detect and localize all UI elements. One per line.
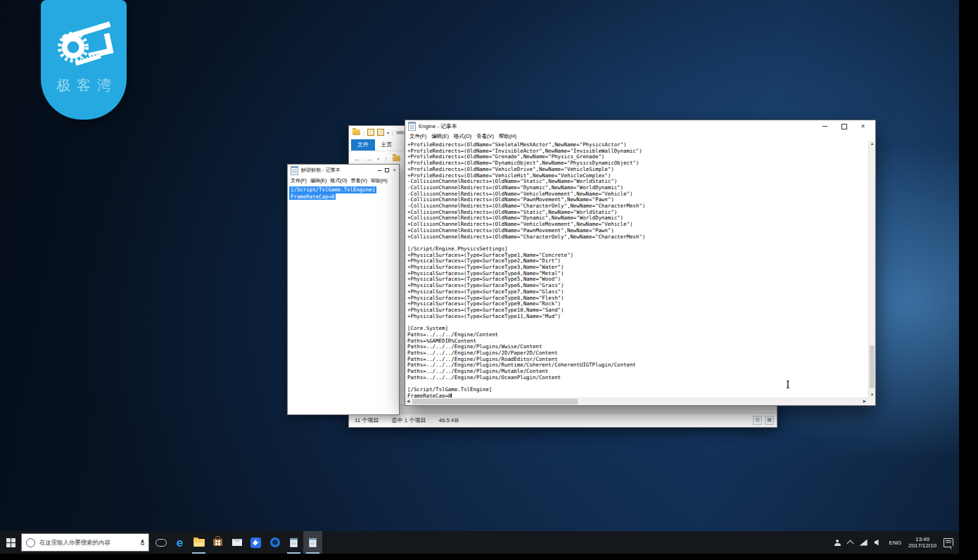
thumbnail-view-icon[interactable]: ▦ — [765, 416, 774, 425]
menu-format[interactable]: 格式(O) — [454, 133, 471, 140]
system-tray: ENG 13:49 2017/12/10 — [834, 531, 959, 554]
minimize-button[interactable] — [815, 120, 834, 132]
browser-icon — [270, 537, 280, 547]
scroll-right-icon[interactable]: ▶ — [863, 399, 866, 403]
network-icon[interactable] — [860, 540, 868, 546]
new-folder-icon[interactable] — [377, 129, 384, 136]
people-icon[interactable] — [834, 540, 841, 546]
brand-text: 极客湾 — [41, 76, 127, 95]
close-button[interactable]: × — [853, 120, 872, 132]
scroll-up-icon[interactable]: ▲ — [869, 141, 875, 146]
selected-size: 46.5 KB — [438, 417, 458, 424]
taskbar: 在这里输入你要搜索的内容 e ENG 13:49 2017/12/10 — [0, 531, 959, 554]
mail-button[interactable] — [227, 531, 246, 554]
taskbar-icons: e — [151, 531, 322, 554]
menu-file[interactable]: 文件(F) — [409, 133, 426, 140]
folder-icon — [193, 539, 205, 547]
notepad-engine-title: Engine - 记事本 — [419, 122, 813, 130]
search-input[interactable]: 在这里输入你要搜索的内容 — [21, 533, 149, 552]
menu-view[interactable]: 查看(V) — [476, 133, 494, 140]
notepad-small-titlebar[interactable]: 解锁帧数 - 记事本 × — [288, 165, 399, 176]
store-icon — [213, 539, 222, 546]
task-view-button[interactable] — [151, 531, 170, 554]
volume-icon[interactable] — [875, 540, 882, 546]
up-arrow-icon[interactable]: ↑ — [384, 155, 388, 163]
screen: 极客湾 | ▾ | Wind 文件 主页 共享 ← → ▾ ↑ 11 个项目 — [0, 0, 978, 560]
horizontal-scrollbar[interactable]: ◀ ▶ — [405, 397, 868, 405]
notepad-engine-titlebar[interactable]: Engine - 记事本 × — [405, 120, 875, 132]
tab-home[interactable]: 主页 — [375, 139, 399, 151]
notepad-icon — [309, 538, 317, 547]
tim-button[interactable] — [246, 531, 265, 554]
edge-icon: e — [177, 537, 183, 549]
horizontal-scroll-thumb[interactable] — [412, 399, 578, 405]
action-center-icon[interactable] — [944, 538, 953, 547]
start-button[interactable] — [0, 531, 21, 554]
menu-help[interactable]: 帮助(H) — [499, 133, 516, 140]
details-view-icon[interactable]: ☰ — [753, 416, 762, 425]
text-cursor: I — [786, 380, 790, 390]
properties-icon[interactable] — [367, 129, 374, 136]
cortana-icon — [26, 538, 35, 547]
minimize-button[interactable] — [378, 170, 381, 171]
menu-format[interactable]: 格式(O) — [330, 177, 347, 184]
microphone-icon[interactable] — [141, 540, 144, 545]
selected-text-line: FrameRateCap=0 — [289, 193, 336, 201]
task-view-icon — [155, 539, 167, 547]
edge-button[interactable]: e — [170, 531, 189, 554]
menu-file[interactable]: 文件(F) — [291, 177, 307, 184]
clock[interactable]: 13:49 2017/12/10 — [908, 536, 936, 549]
explorer-status-bar: 11 个项目 选中 1 个项目 46.5 KB ☰ ▦ — [349, 413, 777, 427]
menu-edit[interactable]: 编辑(E) — [431, 133, 449, 140]
items-count: 11 个项目 — [355, 416, 379, 424]
tray-time: 13:49 — [908, 536, 936, 543]
search-placeholder: 在这里输入你要搜索的内容 — [39, 539, 136, 547]
notepad-engine-textarea[interactable]: +ProfileRedirects=(OldName="SkeletalMesh… — [406, 141, 868, 397]
maximize-button[interactable] — [834, 120, 853, 132]
menu-edit[interactable]: 编辑(E) — [310, 177, 326, 184]
notepad-icon — [408, 122, 416, 131]
tim-icon — [250, 537, 261, 548]
back-arrow-icon[interactable]: ← — [354, 155, 361, 163]
notepad-button[interactable] — [284, 531, 303, 554]
maximize-button[interactable] — [385, 168, 389, 172]
browser-button[interactable] — [265, 531, 284, 554]
history-dropdown-icon[interactable]: ▾ — [377, 156, 379, 161]
hidden-icons-chevron-icon[interactable] — [846, 540, 853, 547]
tray-date: 2017/12/10 — [908, 542, 936, 549]
notepad-small-menubar: 文件(F) 编辑(E) 格式(O) 查看(V) 帮助(H) — [288, 176, 399, 185]
gear-g-logo-icon — [53, 11, 115, 73]
menu-help[interactable]: 帮助(H) — [371, 177, 388, 184]
scroll-down-icon[interactable]: ▼ — [869, 393, 875, 397]
mail-icon — [232, 539, 242, 546]
address-folder-icon — [393, 155, 400, 161]
folder-icon — [353, 129, 360, 135]
tab-file[interactable]: 文件 — [351, 139, 375, 151]
forward-arrow-icon[interactable]: → — [366, 155, 373, 163]
notepad-icon — [291, 166, 298, 175]
file-explorer-button[interactable] — [189, 531, 208, 554]
vertical-scroll-thumb[interactable] — [870, 345, 875, 388]
selected-count: 选中 1 个项目 — [392, 416, 426, 424]
notepad-small-window[interactable]: 解锁帧数 - 记事本 × 文件(F) 编辑(E) 格式(O) 查看(V) 帮助(… — [287, 164, 400, 415]
quick-access-dropdown-icon[interactable]: ▾ — [387, 130, 389, 135]
notepad-icon — [290, 538, 298, 547]
notepad-small-textarea[interactable]: [/Script/TslGame.TslEngine] FrameRateCap… — [288, 185, 399, 200]
menu-view[interactable]: 查看(V) — [350, 177, 367, 184]
brand-badge: 极客湾 — [41, 0, 127, 120]
notepad-active-button[interactable] — [303, 531, 322, 554]
notepad-engine-window[interactable]: Engine - 记事本 × 文件(F) 编辑(E) 格式(O) 查看(V) 帮… — [405, 120, 876, 406]
notepad-engine-menubar: 文件(F) 编辑(E) 格式(O) 查看(V) 帮助(H) — [405, 132, 875, 141]
windows-logo-icon — [6, 538, 15, 547]
close-button[interactable]: × — [393, 167, 396, 173]
selected-text-line: [/Script/TslGame.TslEngine] — [289, 186, 376, 193]
vertical-scrollbar[interactable]: ▲ ▼ — [868, 141, 875, 397]
scroll-left-icon[interactable]: ◀ — [407, 399, 409, 403]
config-text: +ProfileRedirects=(OldName="SkeletalMesh… — [406, 141, 868, 393]
store-button[interactable] — [208, 531, 227, 554]
notepad-small-title: 解锁帧数 - 记事本 — [301, 167, 375, 174]
language-indicator[interactable]: ENG — [889, 540, 901, 546]
